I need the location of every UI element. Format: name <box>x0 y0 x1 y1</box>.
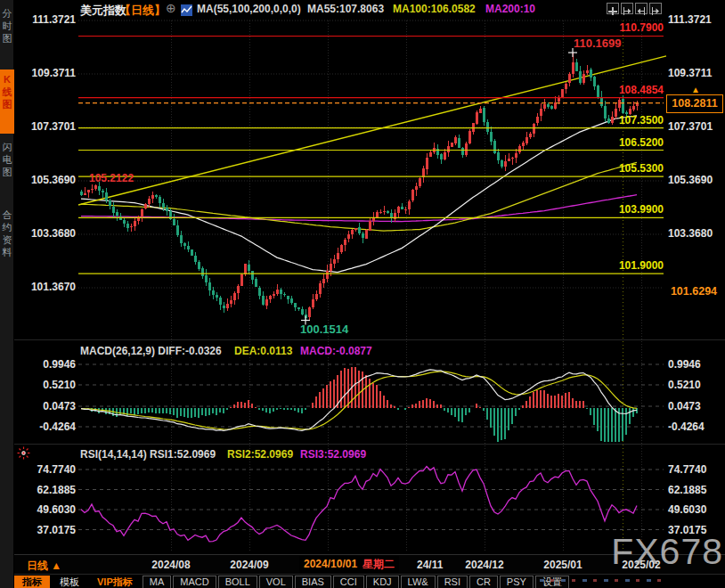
indicator-button-bias[interactable]: BIAS <box>295 576 331 588</box>
indicator-button-ma[interactable]: MA <box>143 576 172 588</box>
ma55-value: MA55:107.8063 <box>307 3 384 15</box>
period-tag: 【日线】 <box>119 3 166 19</box>
price-level-label: 110.7900 <box>620 22 664 34</box>
y-axis-left-label: 107.3701 <box>31 120 76 133</box>
reset-scale-icon[interactable] <box>649 3 662 14</box>
scale-right-icon[interactable] <box>635 3 648 14</box>
ma200-value: MA200:10 <box>485 3 535 15</box>
local-high-label: 105.2122 <box>89 172 134 184</box>
y-axis-left-label: 103.3680 <box>31 227 76 240</box>
sidebar-tab-4[interactable]: 合约资料 <box>0 205 14 298</box>
last-price-box: 108.2811 <box>666 94 723 113</box>
indicator-button-cr[interactable]: CR <box>469 576 498 588</box>
price-level-label: 108.4854 <box>619 85 664 96</box>
x-axis-month-label: 2024/12 <box>465 559 503 571</box>
left-sidebar: 分时图K线图闪电图合约资料 <box>0 0 14 588</box>
move-cross-icon[interactable] <box>607 3 619 14</box>
indicator-button-vol[interactable]: VOL <box>259 576 293 588</box>
x-axis-month-label: 2025/02 <box>622 559 660 571</box>
y-axis-left-label: 105.3690 <box>31 174 76 186</box>
rsi-axis-left-label: 62.1885 <box>37 484 76 496</box>
indicator-button-psy[interactable]: PSY <box>500 576 534 588</box>
x-axis-partial-label: 24/11 <box>417 559 443 571</box>
macd-axis-left-label: -0.4264 <box>39 421 76 433</box>
scale-left-icon[interactable] <box>621 3 633 14</box>
indicator-button-macd[interactable]: MACD <box>173 576 216 588</box>
rsi-title: RSI(14,14,14) RSI1:52.0969 <box>80 448 216 461</box>
y-axis-left-label: 101.3670 <box>31 281 76 293</box>
price-level-label: 106.5200 <box>619 137 664 149</box>
x-axis-month-label: 2024/08 <box>151 559 190 571</box>
rsi-axis-left-label: 37.0175 <box>37 524 76 536</box>
price-level-label: 101.9000 <box>619 260 664 272</box>
y-axis-right-label: 111.3721 <box>668 13 712 26</box>
price-level-label: 105.5300 <box>619 163 664 175</box>
rsi2-value: RSI2:52.0969 <box>227 448 293 461</box>
rsi-axis-right-label: 74.7740 <box>668 463 706 476</box>
period-arrow-icon: ▲ <box>51 559 61 572</box>
indicator-button-lw&[interactable]: LW& <box>401 576 436 588</box>
macd-axis-left-label: 0.0473 <box>43 400 76 412</box>
macd-axis-right-label: -0.4264 <box>668 421 705 433</box>
rsi3-value: RSI3:52.0969 <box>300 448 366 461</box>
low-price-box: 101.6294 <box>664 283 723 299</box>
price-up-arrow-icon: ▲ <box>691 85 700 94</box>
add-indicator-icon[interactable]: ⊕ <box>166 1 176 15</box>
ma100-value: MA100:106.0582 <box>393 3 476 15</box>
y-axis-right-label: 105.3690 <box>668 174 713 186</box>
toolbar-tab-2[interactable]: 模板 <box>52 576 87 588</box>
rsi-axis-left-label: 74.7740 <box>37 463 76 476</box>
macd-title: MACD(26,12,9) DIFF:-0.0326 <box>80 345 222 357</box>
alert-burst-icon <box>17 446 30 463</box>
toolbar-tab-1[interactable]: 指标 <box>14 576 50 588</box>
candlestick-chart-canvas[interactable] <box>0 0 725 588</box>
indicator-chart-icon <box>181 4 192 20</box>
crosshair-date-tooltip: 2024/10/01星期二 <box>299 556 399 573</box>
indicator-button-cci[interactable]: CCI <box>333 576 364 588</box>
period-selector[interactable]: 日线 ▲ <box>27 559 61 574</box>
y-axis-left-label: 109.3711 <box>32 67 76 79</box>
price-level-label: 107.3500 <box>619 115 664 127</box>
sidebar-tab-1[interactable]: 分时图 <box>0 4 14 68</box>
y-axis-left-label: 111.3721 <box>32 13 76 26</box>
rsi-axis-right-label: 37.0175 <box>668 524 706 536</box>
macd-axis-left-label: 0.5210 <box>43 379 76 391</box>
mini-ticker-strip <box>540 579 664 582</box>
rsi-axis-right-label: 62.1885 <box>668 484 706 496</box>
toolbar-tab-3[interactable]: VIP指标 <box>89 576 141 588</box>
low-label: 100.1514 <box>300 323 348 336</box>
macd-axis-right-label: 0.9946 <box>668 358 701 371</box>
macd-hist-value: MACD:-0.0877 <box>300 345 372 357</box>
x-axis-month-label: 2025/01 <box>543 559 582 571</box>
macd-dea-value: DEA:0.0113 <box>234 345 292 357</box>
y-axis-right-label: 109.3711 <box>668 67 712 79</box>
high-label: 110.1699 <box>574 37 622 50</box>
y-axis-right-label: 107.3701 <box>668 120 713 133</box>
macd-axis-right-label: 0.0473 <box>668 400 701 412</box>
ma-settings-label: MA(55,100,200,0,0,0) <box>197 3 301 15</box>
indicator-button-boll[interactable]: BOLL <box>218 576 257 588</box>
sidebar-tab-2[interactable]: K线图 <box>0 69 14 134</box>
price-level-label: 103.9900 <box>619 204 664 216</box>
indicator-button-rsi[interactable]: RSI <box>437 576 468 588</box>
indicator-button-kdj[interactable]: KDJ <box>366 576 399 588</box>
rsi-axis-left-label: 49.6030 <box>37 503 76 516</box>
macd-axis-left-label: 0.9946 <box>43 358 76 371</box>
x-axis-month-label: 2024/09 <box>230 559 268 571</box>
macd-axis-right-label: 0.5210 <box>668 379 701 391</box>
sidebar-tab-3[interactable]: 闪电图 <box>0 137 14 203</box>
rsi-axis-right-label: 49.6030 <box>668 503 706 516</box>
y-axis-right-label: 103.3680 <box>668 227 713 240</box>
